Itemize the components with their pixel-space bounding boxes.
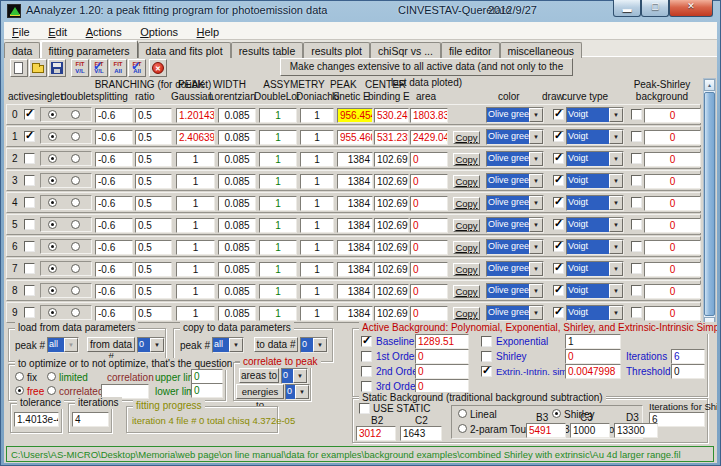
upper-limit-input[interactable]: 0 (191, 369, 223, 384)
second-order-input[interactable]: 0 (415, 364, 469, 379)
binding-e-input[interactable]: 102.6999 (374, 306, 409, 321)
ratio-input[interactable]: 0.5 (135, 196, 172, 211)
color-dropdown[interactable]: Olive green▼ (486, 129, 544, 145)
singlet-radio[interactable] (48, 198, 57, 207)
fix-radio[interactable] (15, 372, 24, 381)
copy-data-dropdown[interactable]: 0▼ (300, 337, 328, 353)
binding-e-input[interactable]: 102.6999 (374, 152, 409, 167)
splitting-input[interactable]: -0.6 (95, 130, 133, 145)
ratio-input[interactable]: 0.5 (135, 306, 172, 321)
singlet-radio[interactable] (48, 220, 57, 229)
areas-to-dropdown[interactable]: 0▼ (281, 368, 308, 384)
maximize-button[interactable]: ▢ (641, 0, 669, 17)
active-checkbox[interactable] (24, 263, 35, 274)
peak-shirley-input[interactable]: 0 (644, 108, 701, 123)
curve-type-dropdown[interactable]: Voigt▼ (566, 305, 624, 321)
singlet-radio[interactable] (48, 308, 57, 317)
doublelor-input[interactable]: 1 (259, 240, 297, 255)
ratio-input[interactable]: 0.5 (135, 262, 172, 277)
color-dropdown[interactable]: Olive green▼ (486, 261, 544, 277)
copy-button[interactable]: Copy (453, 197, 480, 210)
kinetic-e-input[interactable]: 1384 (337, 240, 373, 255)
active-checkbox[interactable] (24, 153, 35, 164)
lorentzian-input[interactable]: 0.085 (218, 152, 256, 167)
color-dropdown[interactable]: Olive green▼ (486, 305, 544, 321)
doublet-radio[interactable] (71, 308, 80, 317)
lorentzian-input[interactable]: 0.085 (218, 240, 256, 255)
singlet-radio[interactable] (48, 176, 57, 185)
active-checkbox[interactable] (24, 307, 35, 318)
minimize-button[interactable]: ▬ (613, 0, 641, 17)
ratio-input[interactable]: 0.5 (135, 284, 172, 299)
area-input[interactable]: 0 (410, 240, 448, 255)
new-file-button[interactable] (10, 59, 28, 77)
peak-shirley-checkbox[interactable] (631, 175, 642, 186)
fit-vl-check-button[interactable]: FITV/L ✓ (90, 59, 108, 77)
energies-to-dropdown[interactable]: 0▼ (285, 384, 310, 400)
copy-button[interactable]: Copy (453, 131, 480, 144)
doublelor-input[interactable]: 1 (259, 130, 297, 145)
gaussian-input[interactable]: 1 (176, 196, 215, 211)
tab-results-plot[interactable]: results plot (303, 42, 370, 58)
kinetic-e-input[interactable]: 1384 (337, 196, 373, 211)
area-input[interactable]: 0 (410, 174, 448, 189)
color-dropdown[interactable]: Olive green▼ (486, 217, 544, 233)
doublelor-input[interactable]: 1 (259, 174, 297, 189)
peak-shirley-checkbox[interactable] (631, 241, 642, 252)
peak-shirley-input[interactable]: 0 (644, 130, 701, 145)
load-data-dropdown[interactable]: 0▼ (137, 337, 165, 353)
open-file-button[interactable] (29, 59, 47, 77)
singlet-radio[interactable] (48, 110, 57, 119)
ratio-input[interactable]: 0.5 (135, 108, 172, 123)
b2-input[interactable]: 3012 (356, 426, 396, 441)
area-input[interactable]: 0 (410, 306, 448, 321)
binding-e-input[interactable]: 102.6999 (374, 196, 409, 211)
tab-miscellaneous[interactable]: miscellaneous (500, 42, 583, 58)
copy-button[interactable]: Copy (453, 307, 480, 320)
peak-shirley-checkbox[interactable] (631, 263, 642, 274)
exponential-checkbox[interactable] (481, 336, 492, 347)
color-dropdown[interactable]: Olive green▼ (486, 107, 544, 123)
baseline-checkbox[interactable] (361, 336, 372, 347)
binding-e-input[interactable]: 102.6999 (374, 218, 409, 233)
singlet-radio[interactable] (48, 264, 57, 273)
menu-actions[interactable]: Actions (80, 24, 128, 40)
doublet-radio[interactable] (71, 242, 80, 251)
doniachs-input[interactable]: 1 (300, 306, 334, 321)
kinetic-e-input[interactable]: 956.4548 (337, 108, 373, 123)
peak-shirley-input[interactable]: 0 (644, 152, 701, 167)
active-checkbox[interactable] (24, 219, 35, 230)
scroll-up-icon[interactable]: ▲ (704, 79, 715, 91)
peak-shirley-checkbox[interactable] (631, 109, 642, 120)
color-dropdown[interactable]: Olive green▼ (486, 151, 544, 167)
lineal-radio[interactable] (458, 409, 467, 418)
tougaard2-radio[interactable] (458, 424, 467, 433)
peak-shirley-input[interactable]: 0 (644, 284, 701, 299)
gaussian-input[interactable]: 1 (176, 152, 215, 167)
binding-e-input[interactable]: 530.2451 (374, 108, 409, 123)
curve-type-dropdown[interactable]: Voigt▼ (566, 217, 624, 233)
baseline-input[interactable]: 1289.51 (415, 334, 469, 349)
singlet-radio[interactable] (48, 154, 57, 163)
tab-results-table[interactable]: results table (231, 42, 304, 58)
gaussian-input[interactable]: 1 (176, 306, 215, 321)
area-input[interactable]: 0 (410, 284, 448, 299)
gaussian-input[interactable]: 2.40639 (176, 130, 215, 145)
doublet-radio[interactable] (71, 132, 80, 141)
second-order-checkbox[interactable] (361, 366, 372, 377)
curve-type-dropdown[interactable]: Voigt▼ (566, 195, 624, 211)
draw-checkbox[interactable] (553, 175, 564, 186)
draw-checkbox[interactable] (553, 153, 564, 164)
tab-data[interactable]: data (4, 42, 40, 58)
tab-data-and-fits-plot[interactable]: data and fits plot (138, 42, 231, 58)
lorentzian-input[interactable]: 0.085 (218, 306, 256, 321)
draw-checkbox[interactable] (553, 285, 564, 296)
ratio-input[interactable]: 0.5 (135, 240, 172, 255)
area-input[interactable]: 1803.83 (410, 108, 448, 123)
doublet-radio[interactable] (71, 198, 80, 207)
area-input[interactable]: 0 (410, 262, 448, 277)
save-file-button[interactable] (48, 59, 66, 77)
curve-type-dropdown[interactable]: Voigt▼ (566, 239, 624, 255)
exponential-input[interactable]: 1 (565, 334, 621, 349)
copy-button[interactable]: Copy (453, 263, 480, 276)
